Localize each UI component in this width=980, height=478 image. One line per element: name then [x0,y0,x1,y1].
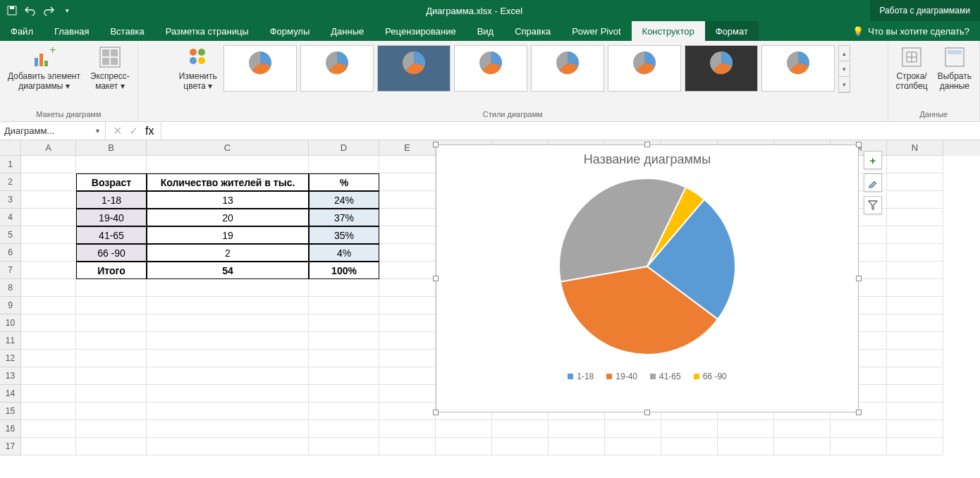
cell-A16[interactable] [21,420,76,438]
cell-B8[interactable] [76,279,147,297]
tab-format[interactable]: Формат [705,21,759,41]
cell-C7[interactable]: 54 [147,262,309,279]
column-header-D[interactable]: D [309,140,379,156]
cell-E15[interactable] [379,403,436,420]
chart-style-8[interactable] [761,45,835,92]
legend-item-19-40[interactable]: 19-40 [606,372,637,381]
cell-A4[interactable] [21,209,76,226]
cell-E12[interactable] [379,350,436,367]
chart-legend[interactable]: 1-1819-4041-6566 -90 [436,362,858,387]
cell-I16[interactable] [605,420,661,438]
cell-B16[interactable] [76,420,147,438]
cell-D13[interactable] [309,367,379,385]
tab-view[interactable]: Вид [467,21,505,41]
redo-icon[interactable] [42,4,55,17]
cell-N4[interactable] [887,209,943,226]
column-header-N[interactable]: N [887,140,943,156]
cell-A15[interactable] [21,403,76,420]
column-header-A[interactable]: A [21,140,76,156]
cell-K16[interactable] [718,420,774,438]
cell-A6[interactable] [21,244,76,262]
chart-style-1[interactable] [223,45,297,92]
cell-M16[interactable] [831,420,887,438]
change-colors-button[interactable]: Изменить цвета ▾ [176,43,221,93]
chart-style-5[interactable] [531,45,604,92]
cell-N8[interactable] [887,279,943,297]
gallery-down-icon[interactable]: ▾ [839,61,850,77]
cell-G17[interactable] [492,438,549,455]
cell-N15[interactable] [887,403,943,420]
cell-I17[interactable] [605,438,661,455]
cell-A11[interactable] [21,332,76,350]
select-all-corner[interactable] [0,140,21,156]
cell-C15[interactable] [147,403,309,420]
row-header-10[interactable]: 10 [0,314,21,332]
cell-B17[interactable] [76,438,147,455]
cell-A14[interactable] [21,385,76,403]
cell-D5[interactable]: 35% [309,226,379,244]
row-header-3[interactable]: 3 [0,191,21,209]
cell-C17[interactable] [147,438,309,455]
cell-D6[interactable]: 4% [309,244,379,262]
cell-N1[interactable] [887,156,943,173]
cell-B1[interactable] [76,156,147,173]
resize-handle-w[interactable] [433,276,439,281]
cell-E13[interactable] [379,367,436,385]
cell-A1[interactable] [21,156,76,173]
cell-E3[interactable] [379,191,436,209]
cell-N7[interactable] [887,262,943,279]
cell-H16[interactable] [549,420,605,438]
cell-E11[interactable] [379,332,436,350]
cell-D17[interactable] [309,438,379,455]
cell-B13[interactable] [76,367,147,385]
cell-E9[interactable] [379,297,436,314]
pie-plot-area[interactable] [436,171,858,362]
add-chart-element-button[interactable]: + Добавить элемент диаграммы ▾ [4,43,84,93]
cell-B11[interactable] [76,332,147,350]
cell-B5[interactable]: 41-65 [76,226,147,244]
cell-J16[interactable] [661,420,718,438]
row-header-2[interactable]: 2 [0,173,21,191]
row-header-17[interactable]: 17 [0,438,21,455]
legend-item-1-18[interactable]: 1-18 [568,372,594,381]
quick-layout-button[interactable]: Экспресс- макет ▾ [87,43,133,93]
cell-D10[interactable] [309,314,379,332]
cell-C4[interactable]: 20 [147,209,309,226]
enter-icon[interactable]: ✓ [129,124,138,137]
formula-bar[interactable] [161,122,980,140]
legend-item-66 -90[interactable]: 66 -90 [694,372,727,381]
cell-M17[interactable] [831,438,887,455]
legend-item-41-65[interactable]: 41-65 [650,372,681,381]
tab-design[interactable]: Конструктор [632,21,705,41]
tab-file[interactable]: Файл [0,21,44,41]
undo-icon[interactable] [24,4,37,17]
cell-C10[interactable] [147,314,309,332]
cell-E2[interactable] [379,173,436,191]
tab-help[interactable]: Справка [504,21,561,41]
cell-B2[interactable]: Возраст [76,173,147,191]
row-header-4[interactable]: 4 [0,209,21,226]
cell-L16[interactable] [774,420,831,438]
cell-J17[interactable] [661,438,718,455]
row-header-15[interactable]: 15 [0,403,21,420]
cell-B15[interactable] [76,403,147,420]
cell-A10[interactable] [21,314,76,332]
resize-handle-e[interactable] [856,276,862,281]
cell-B4[interactable]: 19-40 [76,209,147,226]
cell-C14[interactable] [147,385,309,403]
cell-N12[interactable] [887,350,943,367]
row-header-1[interactable]: 1 [0,156,21,173]
cell-A12[interactable] [21,350,76,367]
gallery-more-icon[interactable]: ▾ [839,77,850,92]
row-header-6[interactable]: 6 [0,244,21,262]
cell-D9[interactable] [309,297,379,314]
cell-B14[interactable] [76,385,147,403]
cell-D1[interactable] [309,156,379,173]
cell-F16[interactable] [436,420,492,438]
cell-H17[interactable] [549,438,605,455]
cell-C3[interactable]: 13 [147,191,309,209]
chart-object[interactable]: Название диаграммы 1-1819-4041-6566 -90 … [436,145,859,412]
tab-home[interactable]: Главная [44,21,99,41]
fx-icon[interactable]: fx [145,125,154,137]
cell-E6[interactable] [379,244,436,262]
